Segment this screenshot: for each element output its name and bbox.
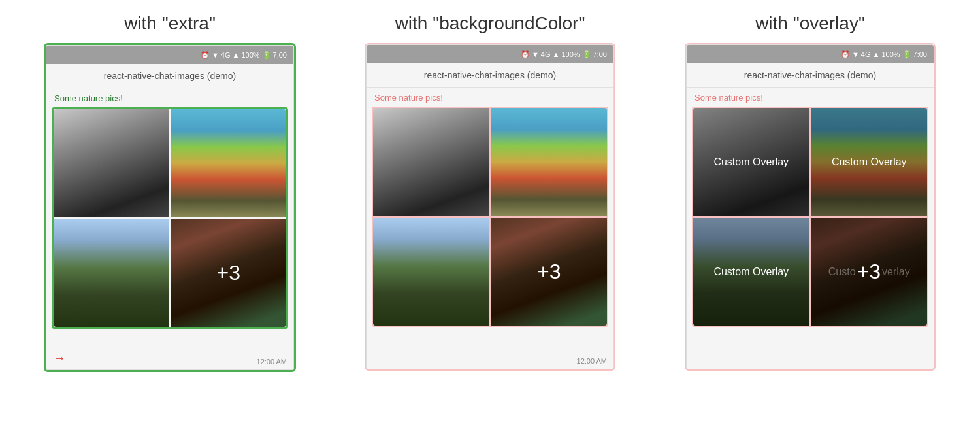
signal-bars: ▲ (233, 51, 240, 59)
custom-overlay-3: Custom Overlay (693, 218, 809, 326)
grid-cell-1-overlay: Custom Overlay (693, 108, 809, 216)
chat-container-bgcolor: Some nature pics! +3 12:00 AM (367, 88, 613, 369)
grid-cell-4-bgcolor: +3 (491, 218, 608, 326)
image-grid-overlay: Custom Overlay Custom Overlay Custom Ove… (692, 107, 928, 327)
grid-cell-4-overlay: Custo+3verlay (811, 218, 928, 326)
app-header-extra: react-native-chat-images (demo) (46, 64, 293, 88)
signal-text-2: 4G (541, 50, 551, 58)
grid-cell-4-extra: +3 (171, 219, 287, 327)
image-grid-extra: +3 (52, 107, 288, 329)
battery-text-2: 100% (561, 50, 580, 58)
grid-cell-3-bgcolor (373, 218, 489, 326)
grid-cell-3-extra (54, 219, 169, 327)
signal-bars-3: ▲ (873, 50, 880, 58)
image-grid-inner-extra: +3 (54, 109, 286, 327)
status-bar-overlay: ⏰ ▼ 4G ▲ 100% 🔋 7:00 (687, 45, 934, 63)
custom-overlay-before: Custo (828, 266, 856, 278)
wifi-icon: ▼ (212, 51, 219, 59)
status-icons-extra: ⏰ ▼ 4G ▲ 100% 🔋 7:00 (201, 51, 287, 60)
time-text: 7:00 (273, 51, 287, 59)
phone-inner-bgcolor: ⏰ ▼ 4G ▲ 100% 🔋 7:00 react-native-chat-i… (366, 44, 614, 369)
grid-cell-1-bgcolor (373, 108, 489, 216)
phone-frame-bgcolor: ⏰ ▼ 4G ▲ 100% 🔋 7:00 react-native-chat-i… (365, 43, 615, 371)
app-header-overlay: react-native-chat-images (demo) (687, 63, 934, 88)
chat-container-extra: Some nature pics! +3 → (46, 88, 293, 369)
chat-container-overlay: Some nature pics! Custom Overlay Custom … (687, 88, 934, 369)
app-label-overlay: react-native-chat-images (demo) (744, 70, 876, 80)
clock-icon-2: ⏰ (521, 50, 530, 59)
timestamp-text-extra: 12:00 AM (257, 358, 287, 366)
arrow-extra: → (53, 351, 66, 366)
demo-column-bgcolor: with "backgroundColor" ⏰ ▼ 4G ▲ 100% 🔋 7… (330, 13, 650, 371)
signal-text: 4G (221, 51, 231, 59)
grid-cell-3-overlay: Custom Overlay (693, 218, 809, 326)
timestamp-extra: 12:00 AM (257, 358, 287, 366)
app-header-bgcolor: react-native-chat-images (demo) (367, 63, 613, 88)
clock-icon-3: ⏰ (841, 50, 850, 59)
chat-label-bgcolor: Some nature pics! (372, 92, 446, 104)
phone-frame-extra: ⏰ ▼ 4G ▲ 100% 🔋 7:00 react-native-chat-i… (44, 43, 296, 372)
battery-text: 100% (241, 51, 259, 59)
demo-column-extra: with "extra" ⏰ ▼ 4G ▲ 100% 🔋 7:00 react-… (10, 13, 330, 372)
demo-column-overlay: with "overlay" ⏰ ▼ 4G ▲ 100% 🔋 7:00 reac… (650, 13, 970, 371)
custom-overlay-4: Custo+3verlay (811, 218, 928, 326)
battery-icon-2: 🔋 (582, 50, 591, 59)
battery-text-3: 100% (881, 50, 900, 58)
count-overlay-extra: +3 (171, 219, 287, 327)
custom-overlay-2: Custom Overlay (811, 108, 928, 216)
count-badge-overlay: +3 (857, 260, 881, 284)
phone-inner-extra: ⏰ ▼ 4G ▲ 100% 🔋 7:00 react-native-chat-i… (46, 45, 294, 370)
custom-overlay-after: verlay (882, 266, 910, 278)
signal-bars-2: ▲ (553, 50, 560, 58)
wifi-icon-2: ▼ (532, 50, 539, 58)
image-grid-bgcolor: +3 (372, 107, 608, 327)
grid-cell-1-extra (54, 109, 169, 217)
image-grid-inner-bgcolor: +3 (373, 108, 607, 326)
wifi-icon-3: ▼ (852, 50, 859, 58)
clock-icon: ⏰ (201, 51, 210, 60)
custom-overlay-1: Custom Overlay (693, 108, 809, 216)
timestamp-text-bgcolor: 12:00 AM (577, 357, 607, 365)
demo-title-overlay: with "overlay" (755, 13, 865, 34)
battery-icon: 🔋 (262, 51, 271, 60)
demo-title-bgcolor: with "backgroundColor" (395, 13, 585, 34)
red-arrow-icon: → (53, 351, 66, 366)
phone-frame-overlay: ⏰ ▼ 4G ▲ 100% 🔋 7:00 react-native-chat-i… (685, 43, 936, 371)
app-label-bgcolor: react-native-chat-images (demo) (424, 70, 556, 80)
time-text-2: 7:00 (593, 50, 607, 58)
phone-inner-overlay: ⏰ ▼ 4G ▲ 100% 🔋 7:00 react-native-chat-i… (686, 44, 934, 369)
grid-cell-2-extra (171, 109, 287, 217)
status-icons-bgcolor: ⏰ ▼ 4G ▲ 100% 🔋 7:00 (521, 50, 607, 59)
status-bar-bgcolor: ⏰ ▼ 4G ▲ 100% 🔋 7:00 (367, 45, 613, 63)
chat-label-overlay: Some nature pics! (692, 92, 766, 104)
status-bar-extra: ⏰ ▼ 4G ▲ 100% 🔋 7:00 (46, 46, 293, 64)
demo-title-extra: with "extra" (124, 13, 216, 34)
grid-cell-2-bgcolor (491, 108, 608, 216)
status-icons-overlay: ⏰ ▼ 4G ▲ 100% 🔋 7:00 (841, 50, 927, 59)
chat-label-extra: Some nature pics! (52, 92, 125, 105)
time-text-3: 7:00 (913, 50, 927, 58)
battery-icon-3: 🔋 (902, 50, 911, 59)
count-overlay-bgcolor: +3 (491, 218, 608, 326)
signal-text-3: 4G (861, 50, 871, 58)
image-grid-inner-overlay: Custom Overlay Custom Overlay Custom Ove… (693, 108, 927, 326)
grid-cell-2-overlay: Custom Overlay (811, 108, 928, 216)
app-label-extra: react-native-chat-images (demo) (104, 71, 236, 81)
timestamp-bgcolor: 12:00 AM (577, 357, 607, 365)
